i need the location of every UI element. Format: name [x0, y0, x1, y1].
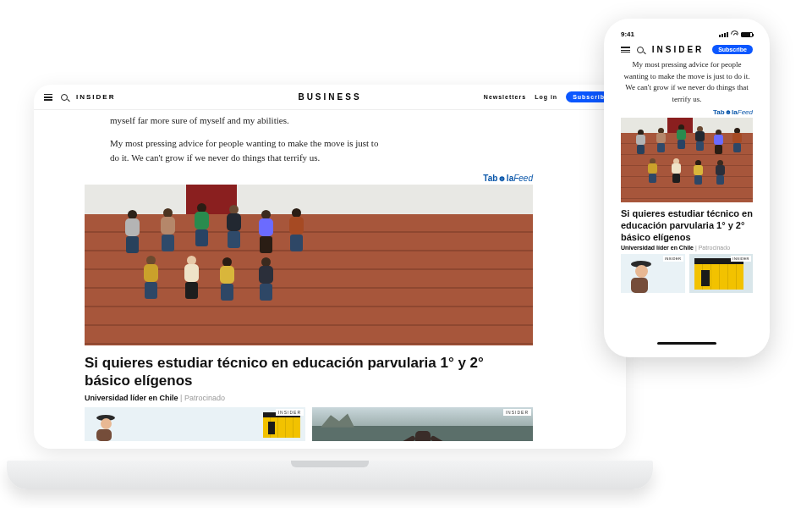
home-indicator[interactable] — [657, 342, 716, 345]
battery-icon — [741, 32, 753, 37]
sponsored-thumb[interactable]: INSIDER — [621, 254, 685, 293]
sponsored-thumb-row: INSIDER INSIDER — [612, 254, 761, 293]
article-body: My most pressing advice for people wanti… — [612, 59, 761, 105]
thumb-badge: INSIDER — [503, 409, 531, 416]
section-title[interactable]: BUSINESS — [234, 92, 425, 102]
status-bar: 9:41 — [612, 27, 761, 41]
sponsored-title[interactable]: Si quieres estudiar técnico en educación… — [612, 202, 761, 245]
search-icon[interactable] — [61, 94, 68, 101]
sponsored-title[interactable]: Si quieres estudiar técnico en educación… — [85, 354, 533, 390]
desktop-navbar: INSIDER BUSINESS Newsletters Log in Subs… — [34, 85, 626, 110]
login-link[interactable]: Log in — [535, 94, 557, 100]
sponsored-hero-image[interactable] — [85, 185, 533, 345]
newsletters-link[interactable]: Newsletters — [484, 94, 526, 100]
wifi-icon — [731, 30, 738, 38]
taboola-feed-label: Tab☻laFeed — [34, 174, 626, 183]
sponsored-thumb[interactable]: INSIDER — [312, 407, 533, 441]
sponsored-hero-image[interactable] — [621, 118, 753, 202]
sponsored-thumb[interactable]: INSIDER — [85, 407, 305, 441]
sponsored-thumb-row: INSIDER INSIDER — [85, 407, 533, 441]
search-icon[interactable] — [637, 47, 644, 53]
thumb-badge: INSIDER — [276, 409, 304, 416]
sponsored-block[interactable]: Si quieres estudiar técnico en educación… — [85, 185, 533, 441]
article-paragraph: myself far more sure of myself and my ab… — [110, 113, 389, 128]
phone-screen: 9:41 INSIDER Subscribe My most pressing … — [612, 27, 761, 349]
taboola-feed-label: Tab☻laFeed — [612, 105, 761, 118]
article-paragraph: My most pressing advice for people wanti… — [110, 136, 389, 165]
thumb-badge: INSIDER — [663, 256, 683, 262]
sponsored-meta: Universidad líder en Chile | Patrocinado — [85, 394, 533, 402]
sponsored-thumb[interactable]: INSIDER — [689, 254, 754, 293]
menu-icon[interactable] — [44, 93, 52, 102]
brand-logo[interactable]: INSIDER — [650, 45, 705, 54]
mobile-navbar: INSIDER Subscribe — [612, 41, 761, 59]
phone-device: 9:41 INSIDER Subscribe My most pressing … — [604, 19, 770, 357]
article-body: myself far more sure of myself and my ab… — [34, 110, 626, 165]
thumb-badge: INSIDER — [731, 256, 751, 262]
status-time: 9:41 — [621, 30, 634, 38]
laptop-base — [7, 461, 653, 489]
laptop-device: INSIDER BUSINESS Newsletters Log in Subs… — [34, 85, 626, 474]
article-paragraph: My most pressing advice for people wanti… — [624, 60, 750, 103]
menu-icon[interactable] — [621, 46, 630, 53]
sponsored-meta: Universidad líder en Chile | Patrocinado — [612, 245, 761, 254]
subscribe-button[interactable]: Subscribe — [712, 45, 753, 54]
cellular-icon — [719, 32, 728, 37]
laptop-screen: INSIDER BUSINESS Newsletters Log in Subs… — [34, 85, 626, 449]
brand-logo[interactable]: INSIDER — [76, 93, 115, 101]
